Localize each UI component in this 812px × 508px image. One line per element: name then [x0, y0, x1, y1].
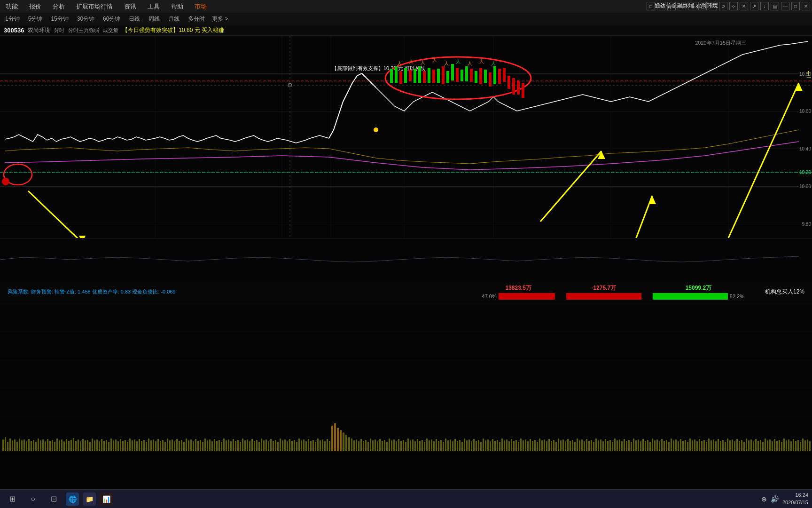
start-button[interactable]: ⊞ [4, 492, 21, 506]
svg-rect-308 [678, 441, 679, 451]
win-btn-cursor[interactable]: ⊹ [729, 2, 738, 10]
svg-rect-238 [513, 441, 515, 451]
sell-dot [2, 178, 9, 185]
menu-gongneng[interactable]: 功能 [4, 1, 20, 12]
menu-baojia[interactable]: 报价 [27, 1, 43, 12]
win-btn-diag[interactable]: ╱ [667, 2, 676, 10]
svg-rect-334 [739, 441, 740, 451]
menu-zixun[interactable]: 资讯 [122, 1, 138, 12]
svg-rect-93 [169, 440, 171, 451]
win-btn-rect2[interactable]: ▭ [688, 2, 696, 10]
price-chart: 2020年7月15日星期三 【底部得到有效支撑】10.20 元 可以长线 10.… [0, 36, 812, 238]
svg-rect-345 [765, 438, 766, 451]
svg-rect-98 [181, 440, 182, 451]
win-btn-minimize[interactable]: — [781, 2, 789, 10]
svg-rect-325 [718, 439, 719, 451]
taskbar-volume[interactable]: 🔊 [771, 495, 779, 503]
svg-rect-23 [5, 437, 6, 451]
menu-fenxi[interactable]: 分析 [51, 1, 67, 12]
svg-rect-113 [216, 441, 218, 451]
svg-rect-203 [431, 439, 432, 451]
timeframe-bar: 1分钟 5分钟 15分钟 30分钟 60分钟 日线 周线 月线 多分时 更多 > [0, 13, 812, 25]
browser-icon[interactable]: 🌐 [66, 492, 79, 506]
svg-rect-153 [310, 441, 312, 451]
metric-bars-row-1: 47.0% [482, 293, 555, 300]
svg-rect-137 [273, 441, 274, 451]
tf-more[interactable]: 更多 > [212, 15, 228, 23]
svg-rect-229 [492, 439, 493, 451]
svg-rect-135 [268, 441, 269, 451]
svg-rect-96 [176, 439, 178, 451]
tf-30min[interactable]: 30分钟 [76, 14, 96, 24]
win-btn-arrow[interactable]: ↗ [750, 2, 758, 10]
candle-r2 [409, 70, 412, 81]
win-btn-pen[interactable]: ✏ [678, 2, 686, 10]
svg-rect-22 [2, 439, 4, 451]
svg-rect-110 [209, 439, 211, 451]
win-btn-tri[interactable]: △ [698, 2, 707, 10]
win-btn-refresh[interactable]: ↺ [719, 2, 727, 10]
svg-rect-288 [631, 442, 632, 451]
svg-rect-115 [221, 442, 222, 451]
top-menu-bar: 功能 报价 分析 扩展市场行情 资讯 工具 帮助 市场 通达信金融终端 农尚环境… [0, 0, 812, 13]
bar-green-1 [653, 293, 728, 300]
metric-col2-value: -1275.7万 [591, 284, 616, 292]
svg-rect-332 [734, 441, 735, 451]
menu-gongju[interactable]: 工具 [146, 1, 162, 12]
svg-rect-176 [367, 442, 369, 451]
tf-60min[interactable]: 60分钟 [102, 14, 122, 24]
window-controls: □ ○ ╱ ✏ ▭ △ ⓘ ↺ ⊹ ✕ ↗ ↓ ▤ — □ ✕ [645, 0, 812, 12]
search-button[interactable]: ○ [24, 492, 41, 506]
tf-multitime[interactable]: 多分时 [187, 14, 206, 24]
svg-rect-30 [21, 440, 23, 451]
win-btn-cross[interactable]: ✕ [740, 2, 748, 10]
svg-rect-269 [586, 439, 587, 451]
tf-15min[interactable]: 15分钟 [49, 14, 70, 24]
file-icon[interactable]: 📁 [83, 492, 96, 506]
svg-rect-165 [340, 430, 342, 451]
svg-rect-82 [143, 440, 145, 451]
stock-volume-label: 成交量 [103, 27, 118, 34]
right-arrow-indicator: ↑ [806, 69, 811, 77]
lower-chart-svg [0, 303, 812, 416]
svg-rect-209 [445, 438, 446, 451]
menu-shichang[interactable]: 市场 [193, 1, 209, 12]
candle-r6 [456, 68, 459, 82]
candle-r12 [508, 76, 510, 89]
app-icon[interactable]: 📊 [100, 492, 113, 506]
metric-bars-row-2 [566, 293, 641, 300]
win-btn-circle[interactable]: ○ [657, 2, 665, 10]
win-btn-info[interactable]: ⓘ [709, 2, 717, 10]
svg-rect-285 [624, 439, 625, 451]
svg-rect-65 [103, 441, 105, 451]
win-btn-close[interactable]: ✕ [802, 2, 810, 10]
metrics-group: 13823.5万 47.0% -1275.7万 15099.2万 52.2% [482, 284, 804, 300]
tf-monthly[interactable]: 月线 [167, 14, 181, 24]
date-display: 2020/07/15 [782, 500, 808, 505]
win-btn-monitor[interactable]: ▤ [771, 2, 779, 10]
taskview-button[interactable]: ⊡ [45, 492, 62, 506]
svg-rect-130 [256, 440, 258, 451]
menu-kuozhang[interactable]: 扩展市场行情 [74, 1, 115, 12]
svg-rect-343 [760, 440, 761, 451]
win-btn-rect1[interactable]: □ [647, 2, 655, 10]
candle-r3 [423, 71, 426, 83]
svg-rect-87 [155, 441, 156, 451]
taskbar-network[interactable]: ⊕ [761, 495, 767, 503]
candle-r10 [498, 69, 501, 84]
risk-text: 风险系数: 财务预警: 轻警·Z值: 1.458 优质资产率: 0.83 现金负… [8, 288, 176, 295]
tf-1min[interactable]: 1分钟 [4, 14, 21, 24]
menu-bangzhu[interactable]: 帮助 [169, 1, 185, 12]
win-btn-maximize[interactable]: □ [791, 2, 800, 10]
svg-rect-226 [485, 440, 486, 451]
taskbar: ⊞ ○ ⊡ 🌐 📁 📊 ⊕ 🔊 16:24 2020/07/15 [0, 489, 812, 508]
taskbar-right: ⊕ 🔊 16:24 2020/07/15 [761, 492, 808, 506]
metric-col3-pct: 52.2% [730, 294, 744, 299]
tf-weekly[interactable]: 周线 [147, 14, 161, 24]
win-btn-download[interactable]: ↓ [760, 2, 769, 10]
svg-rect-303 [666, 440, 667, 451]
candle-g7 [437, 69, 440, 83]
tf-daily[interactable]: 日线 [127, 14, 141, 24]
tf-5min[interactable]: 5分钟 [27, 14, 44, 24]
candle-g1 [390, 69, 393, 83]
